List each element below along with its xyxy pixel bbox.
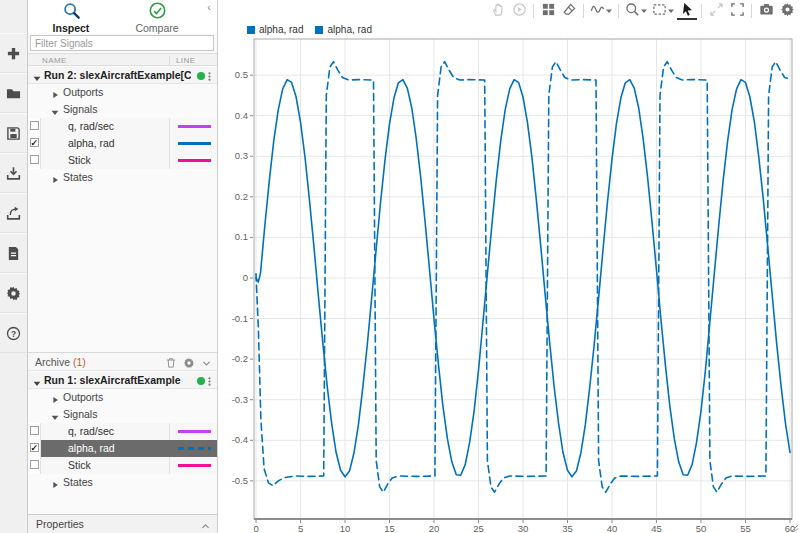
fit-to-view-icon[interactable] [650,2,676,20]
svg-text:-0.3: -0.3 [232,394,248,405]
signal-row[interactable]: Stick [28,152,217,169]
archive-count: (1) [73,356,86,368]
signal-checkbox[interactable] [30,155,39,164]
svg-text:40: 40 [607,523,618,533]
import-icon[interactable] [0,153,27,193]
svg-text:50: 50 [696,523,707,533]
signal-row[interactable]: Stick [28,457,217,474]
svg-text:15: 15 [384,523,395,533]
svg-text:55: 55 [740,523,751,533]
svg-text:10: 10 [340,523,351,533]
zoom-icon[interactable] [623,2,649,20]
signal-checkbox[interactable] [30,426,39,435]
caret-collapsed-icon[interactable] [50,173,60,183]
svg-text:0.5: 0.5 [235,69,248,80]
resize-grip[interactable] [791,524,799,532]
signal-line-swatch [178,464,211,467]
svg-text:0: 0 [253,523,258,533]
toolbar-separator [618,4,619,18]
help-icon[interactable]: ? [0,313,27,353]
toolbar-separator [583,4,584,18]
signal-label: Stick [68,457,91,474]
group-label: Signals [63,101,97,118]
eraser-icon[interactable] [559,2,579,20]
layout-grid-icon[interactable] [538,2,558,20]
archive-label: Archive [35,356,70,368]
save-icon[interactable] [0,113,27,153]
signal-checkbox[interactable]: ✓ [30,443,39,452]
svg-text:0.3: 0.3 [235,150,248,161]
preferences-gear-icon[interactable] [0,273,27,313]
tree-group-row[interactable]: States [28,474,217,491]
filter-signals-input[interactable] [30,35,214,51]
signal-row[interactable]: ✓ alpha, rad [28,135,217,152]
signal-line-swatch [178,447,211,450]
signal-wave-icon[interactable] [588,2,614,20]
left-toolstrip: ? [0,0,28,533]
caret-collapsed-icon[interactable] [50,88,60,98]
properties-label: Properties [36,515,84,533]
svg-text:45: 45 [651,523,662,533]
run1-tree: Run 1: slexAircraftExample Outports Sign… [28,372,217,491]
signal-checkbox[interactable] [30,121,39,130]
run-header-row[interactable]: Run 2: slexAircraftExample[Current] [28,67,217,84]
run-header-row[interactable]: Run 1: slexAircraftExample [28,372,217,389]
tree-group-row[interactable]: Outports [28,84,217,101]
svg-text:20: 20 [429,523,440,533]
properties-bar[interactable]: Properties [28,514,217,533]
caret-expanded-icon[interactable] [50,410,60,420]
signal-checkbox[interactable]: ✓ [30,138,39,147]
collapse-panel-icon[interactable]: ‹ [203,1,215,13]
caret-expanded-icon[interactable] [32,376,42,386]
tree-group-row[interactable]: Signals [28,406,217,423]
archive-header[interactable]: Archive (1) [28,352,217,371]
signal-label: q, rad/sec [68,423,114,440]
svg-text:0.1: 0.1 [235,231,248,242]
fullscreen-icon[interactable] [727,2,747,20]
signal-line-swatch [178,430,211,433]
tree-group-row[interactable]: Outports [28,389,217,406]
group-label: Signals [63,406,97,423]
settings-gear-icon[interactable] [777,2,797,20]
group-label: Outports [63,389,103,406]
pan-hand-icon [488,2,508,20]
caret-collapsed-icon[interactable] [50,393,60,403]
caret-expanded-icon[interactable] [50,105,60,115]
signal-line-swatch [178,125,211,128]
svg-text:5: 5 [298,523,303,533]
toolbar-separator [701,4,702,18]
signal-row[interactable]: q, rad/sec [28,423,217,440]
svg-text:25: 25 [473,523,484,533]
signal-plot[interactable]: 0510152025303540455055600.50.40.30.20.10… [219,22,800,533]
export-icon[interactable] [0,193,27,233]
column-header: NAME LINE [28,53,217,66]
simulation-data-inspector-window: ? Inspect Compare ‹ NAME LINE Run 2: sle… [0,0,800,533]
expand-arrows-icon [706,2,726,20]
svg-text:30: 30 [518,523,529,533]
signal-checkbox[interactable] [30,460,39,469]
toolbar-separator [751,4,752,18]
tree-group-row[interactable]: States [28,169,217,186]
caret-collapsed-icon[interactable] [50,478,60,488]
svg-text:-0.4: -0.4 [232,434,248,445]
pointer-tool-icon[interactable] [677,2,697,20]
report-icon[interactable] [0,233,27,273]
panel-tabs: Inspect Compare ‹ [28,0,217,33]
signal-label: q, rad/sec [68,118,114,135]
tree-group-row[interactable]: Signals [28,101,217,118]
tab-inspect[interactable]: Inspect [28,0,114,33]
signal-row[interactable]: q, rad/sec [28,118,217,135]
add-icon[interactable] [0,33,27,73]
svg-text:0: 0 [243,272,248,283]
tab-compare-label: Compare [133,22,180,36]
group-label: Outports [63,84,103,101]
svg-text:0.2: 0.2 [235,191,248,202]
signal-row[interactable]: ✓ alpha, rad [28,440,217,457]
run-title: Run 2: slexAircraftExample[Current] [44,67,191,84]
compare-check-icon [149,2,166,21]
tab-compare[interactable]: Compare [114,0,200,33]
open-folder-icon[interactable] [0,73,27,113]
caret-expanded-icon[interactable] [32,71,42,81]
signal-line-swatch [178,159,211,162]
camera-icon[interactable] [756,2,776,20]
